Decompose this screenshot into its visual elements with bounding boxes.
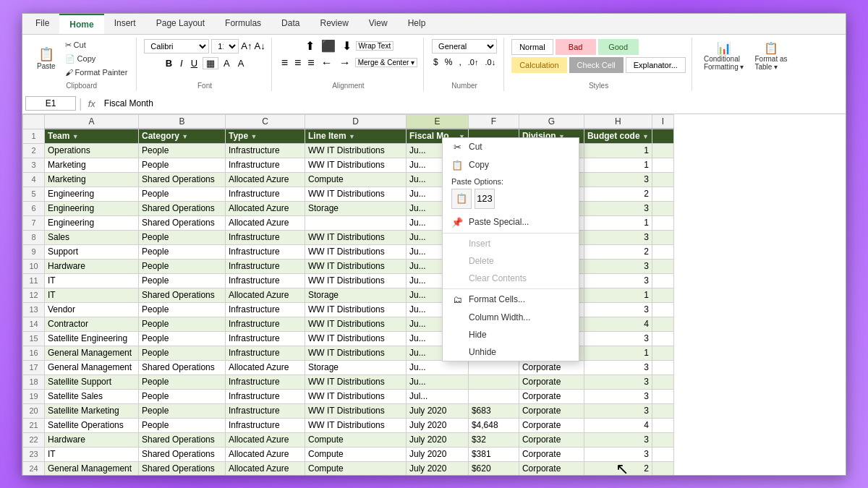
cell-h18[interactable]: 3 (584, 374, 652, 389)
cell-d6[interactable]: Storage (305, 201, 407, 215)
cell-h9[interactable]: 2 (584, 244, 652, 259)
cell-d19[interactable]: WW IT Distributions (305, 389, 407, 403)
cell-a22[interactable]: Hardware (45, 432, 139, 447)
cell-c7[interactable]: Allocated Azure (226, 215, 305, 230)
cell-d4[interactable]: Compute (305, 172, 407, 187)
sheet-table-wrap[interactable]: A B C D E F G H I 1Team ▼Category ▼Type … (22, 114, 846, 475)
cell-h14[interactable]: 4 (584, 317, 652, 331)
font-size-select[interactable]: 11 (211, 39, 239, 53)
cell-i21[interactable] (652, 418, 673, 432)
tab-help[interactable]: Help (398, 14, 436, 34)
cell-h20[interactable]: 3 (584, 403, 652, 418)
cell-c24[interactable]: Allocated Azure (226, 461, 305, 475)
align-top-button[interactable]: ⬆ (303, 39, 317, 53)
tab-home[interactable]: Home (59, 14, 103, 34)
cell-d12[interactable]: Storage (305, 288, 407, 302)
cell-a10[interactable]: Hardware (45, 259, 139, 273)
cell-a8[interactable]: Sales (45, 230, 139, 244)
cell-h8[interactable]: 3 (584, 230, 652, 244)
conditional-formatting-button[interactable]: 📊 ConditionalFormatting ▾ (699, 39, 749, 73)
cell-c4[interactable]: Allocated Azure (226, 172, 305, 187)
merge-center-button[interactable]: Merge & Center ▾ (355, 58, 417, 67)
cell-h23[interactable]: 3 (584, 447, 652, 461)
cell-i11[interactable] (652, 273, 673, 288)
tab-data[interactable]: Data (271, 14, 310, 34)
cell-f19[interactable] (468, 389, 519, 403)
cell-h6[interactable]: 3 (584, 201, 652, 215)
indent-decrease-button[interactable]: ← (319, 56, 335, 69)
cell-h2[interactable]: 1 (584, 143, 652, 158)
cell-c14[interactable]: Infrastructure (226, 317, 305, 331)
cell-c17[interactable]: Allocated Azure (226, 360, 305, 374)
cell-b3[interactable]: People (139, 158, 226, 172)
cell-d15[interactable]: WW IT Distributions (305, 331, 407, 346)
ctx-cut[interactable]: ✂ Cut (443, 138, 579, 156)
cell-e17[interactable]: Ju... (407, 360, 469, 374)
cell-b23[interactable]: Shared Operations (139, 447, 226, 461)
align-center-button[interactable]: ≡ (292, 56, 303, 69)
paste-icon-clipboard[interactable]: 📋 (451, 189, 472, 209)
cell-i5[interactable] (652, 187, 673, 201)
cell-g24[interactable]: Corporate (519, 461, 584, 475)
cell-f20[interactable]: $683 (468, 403, 519, 418)
cell-a4[interactable]: Marketing (45, 172, 139, 187)
cell-h15[interactable]: 3 (584, 331, 652, 346)
cell-b9[interactable]: People (139, 244, 226, 259)
copy-button[interactable]: 📄 Copy (62, 53, 131, 65)
cell-g17[interactable]: Corporate (519, 360, 584, 374)
cell-e22[interactable]: July 2020 (407, 432, 469, 447)
cell-h11[interactable]: 3 (584, 273, 652, 288)
cell-b19[interactable]: People (139, 389, 226, 403)
cell-h13[interactable]: 3 (584, 302, 652, 317)
cell-i18[interactable] (652, 374, 673, 389)
cell-a3[interactable]: Marketing (45, 158, 139, 172)
format-painter-button[interactable]: 🖌 Format Painter (62, 67, 131, 78)
cell-b12[interactable]: Shared Operations (139, 288, 226, 302)
cell-c3[interactable]: Infrastructure (226, 158, 305, 172)
cell-d8[interactable]: WW IT Distributions (305, 230, 407, 244)
cell-d1[interactable]: Line Item ▼ (305, 129, 407, 143)
cell-a12[interactable]: IT (45, 288, 139, 302)
cell-a15[interactable]: Satellite Engineering (45, 331, 139, 346)
cell-b16[interactable]: People (139, 346, 226, 360)
tab-file[interactable]: File (25, 14, 59, 34)
cell-d2[interactable]: WW IT Distributions (305, 143, 407, 158)
cell-f24[interactable]: $620 (468, 461, 519, 475)
cell-b8[interactable]: People (139, 230, 226, 244)
font-name-select[interactable]: Calibri (144, 39, 209, 53)
cell-a17[interactable]: General Management (45, 360, 139, 374)
cell-i24[interactable] (652, 461, 673, 475)
cell-b1[interactable]: Category ▼ (139, 129, 226, 143)
cell-d20[interactable]: WW IT Distributions (305, 403, 407, 418)
cell-b11[interactable]: People (139, 273, 226, 288)
cell-a6[interactable]: Engineering (45, 201, 139, 215)
cell-i23[interactable] (652, 447, 673, 461)
cell-b10[interactable]: People (139, 259, 226, 273)
cell-a5[interactable]: Engineering (45, 187, 139, 201)
cell-i13[interactable] (652, 302, 673, 317)
cell-e21[interactable]: July 2020 (407, 418, 469, 432)
cell-c12[interactable]: Allocated Azure (226, 288, 305, 302)
cell-d10[interactable]: WW IT Distributions (305, 259, 407, 273)
align-left-button[interactable]: ≡ (279, 56, 290, 69)
ctx-paste-special[interactable]: 📌 Paste Special... (443, 213, 579, 231)
cell-e23[interactable]: July 2020 (407, 447, 469, 461)
cell-reference-input[interactable] (25, 96, 76, 111)
cell-c18[interactable]: Infrastructure (226, 374, 305, 389)
cell-c20[interactable]: Infrastructure (226, 403, 305, 418)
cell-b22[interactable]: Shared Operations (139, 432, 226, 447)
col-header-b[interactable]: B (139, 114, 226, 129)
cell-b13[interactable]: People (139, 302, 226, 317)
cell-b14[interactable]: People (139, 317, 226, 331)
cell-f21[interactable]: $4,648 (468, 418, 519, 432)
cell-h17[interactable]: 3 (584, 360, 652, 374)
cell-i17[interactable] (652, 360, 673, 374)
cell-d3[interactable]: WW IT Distributions (305, 158, 407, 172)
cell-d17[interactable]: Storage (305, 360, 407, 374)
paste-button[interactable]: 📋 Paste (33, 44, 60, 72)
formula-input[interactable] (101, 97, 843, 110)
cell-d23[interactable]: Compute (305, 447, 407, 461)
cell-h10[interactable]: 3 (584, 259, 652, 273)
cell-h24[interactable]: 2 (584, 461, 652, 475)
cell-a20[interactable]: Satellite Marketing (45, 403, 139, 418)
